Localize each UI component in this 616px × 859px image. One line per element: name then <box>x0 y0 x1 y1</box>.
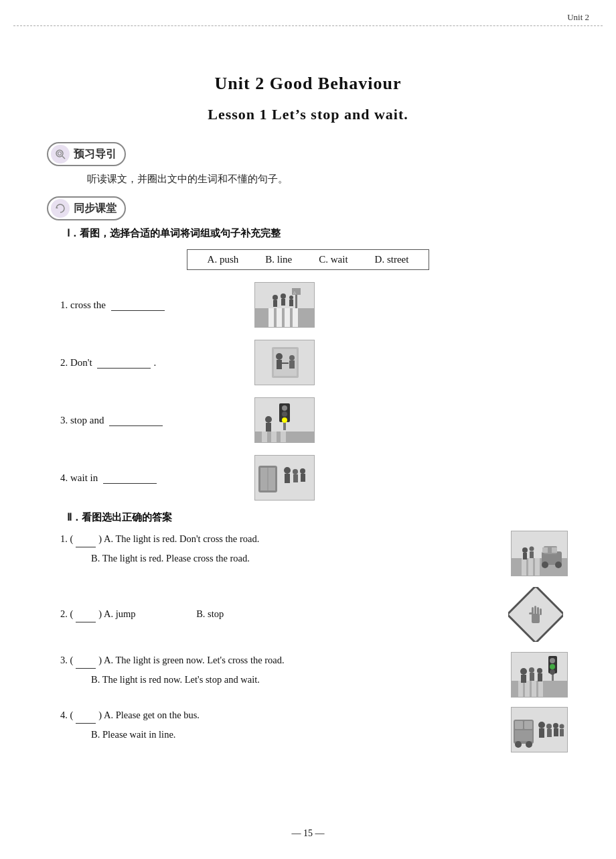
svg-rect-58 <box>542 547 548 553</box>
svg-rect-98 <box>547 729 552 737</box>
svg-rect-48 <box>301 474 305 482</box>
qa2-optA: A. jump <box>104 608 136 619</box>
section1-label: 预习导引 <box>74 147 117 161</box>
qa3-optA: A. The light is green now. Let's cross t… <box>104 655 285 665</box>
qa2-content: 2. () A. jump B. stop <box>60 606 492 622</box>
word-choice-c: C. wait <box>319 254 348 265</box>
svg-rect-73 <box>518 681 523 697</box>
svg-rect-13 <box>281 299 285 306</box>
svg-rect-15 <box>289 300 293 306</box>
svg-text:△: △ <box>293 291 296 294</box>
qa4-optB: B. Please wait in line. <box>91 729 175 740</box>
lesson-title: Lesson 1 Let’s stop and wait. <box>47 106 569 123</box>
item2-text: 2. Don't . <box>60 357 221 369</box>
section2-badge: 同步课堂 <box>47 196 126 220</box>
svg-point-14 <box>289 295 293 300</box>
qa2-optB: B. stop <box>196 608 224 619</box>
svg-marker-3 <box>56 206 58 208</box>
qa4-paren-close: ) <box>98 710 102 720</box>
svg-point-45 <box>293 469 298 474</box>
svg-rect-68 <box>537 607 539 615</box>
unit-title: Unit 2 Good Behaviour <box>47 74 569 94</box>
exercise1-items: 1. cross the <box>60 282 569 506</box>
svg-point-97 <box>546 724 552 729</box>
svg-rect-74 <box>525 681 530 697</box>
item1-image: △ <box>254 282 315 328</box>
item1-text: 1. cross the <box>60 300 221 311</box>
qa2-number: 2. ( <box>60 608 73 619</box>
svg-rect-83 <box>521 675 526 683</box>
svg-rect-102 <box>560 729 564 736</box>
svg-rect-23 <box>277 360 282 369</box>
svg-rect-91 <box>524 721 532 729</box>
svg-rect-53 <box>535 558 540 576</box>
svg-rect-52 <box>528 558 533 576</box>
svg-rect-59 <box>552 547 557 553</box>
svg-point-86 <box>537 668 542 673</box>
item3-image <box>254 397 315 443</box>
qa1-optA: A. The light is red. Don't cross the roa… <box>104 533 259 544</box>
svg-point-80 <box>550 664 555 669</box>
svg-rect-61 <box>523 553 527 559</box>
qa2-paren-close: ) <box>98 608 102 619</box>
svg-point-84 <box>529 667 534 673</box>
qa3-optB: B. The light is red now. Let's stop and … <box>91 674 260 685</box>
exercise1-item-3: 3. stop and <box>60 397 569 443</box>
svg-point-30 <box>282 405 287 411</box>
item2-image <box>254 340 315 385</box>
qa1-paren-close: ) <box>98 533 102 544</box>
item4-text: 4. wait in <box>60 472 221 484</box>
svg-rect-36 <box>262 432 267 442</box>
qa3-image-col <box>509 652 569 698</box>
svg-point-82 <box>520 668 527 675</box>
svg-rect-90 <box>515 721 523 729</box>
svg-point-33 <box>265 416 272 423</box>
svg-rect-38 <box>281 432 286 442</box>
section1-icon <box>51 145 70 163</box>
svg-point-1 <box>58 152 62 155</box>
svg-point-95 <box>538 722 545 728</box>
section1-header: 预习导引 <box>47 142 569 166</box>
qa2-image <box>508 586 564 643</box>
svg-point-12 <box>281 293 286 299</box>
svg-point-0 <box>56 150 63 157</box>
item4-image <box>254 455 315 501</box>
section1-badge: 预习导引 <box>47 142 126 166</box>
top-border-divider <box>13 25 603 26</box>
svg-rect-63 <box>530 551 534 558</box>
qa4-image-col <box>509 707 569 752</box>
word-choice-b: B. line <box>265 254 292 265</box>
svg-rect-76 <box>538 681 543 697</box>
svg-rect-26 <box>289 360 295 369</box>
svg-point-47 <box>300 468 305 474</box>
qa1-content: 1. () A. The light is red. Don't cross t… <box>60 531 499 566</box>
svg-point-32 <box>282 417 287 423</box>
svg-point-99 <box>553 723 558 728</box>
qa1-image <box>511 531 568 576</box>
svg-point-57 <box>555 561 562 568</box>
exercise1-item-1: 1. cross the <box>60 282 569 328</box>
section2-header: 同步课堂 <box>47 196 569 220</box>
svg-rect-69 <box>540 608 542 615</box>
qa1-number: 1. ( <box>60 533 73 544</box>
svg-point-62 <box>529 547 534 551</box>
qa-item-4: 4. () A. Please get on the bus. B. Pleas… <box>60 707 569 752</box>
main-content: Unit 2 Good Behaviour Lesson 1 Let’s sto… <box>0 13 616 802</box>
svg-rect-100 <box>554 728 558 736</box>
page-number: — 15 — <box>0 828 616 839</box>
section2-icon <box>51 199 70 218</box>
qa1-optB: B. The light is red. Please cross the ro… <box>91 553 250 564</box>
exercise2-title: Ⅱ．看图选出正确的答案 <box>67 511 569 524</box>
svg-rect-96 <box>539 728 544 738</box>
header-unit-label: Unit 2 <box>567 12 589 23</box>
svg-rect-51 <box>522 558 526 576</box>
qa4-image <box>511 707 568 752</box>
svg-rect-7 <box>277 308 282 327</box>
qa3-content: 3. () A. The light is green now. Let's c… <box>60 652 499 687</box>
svg-point-10 <box>273 295 278 300</box>
svg-rect-70 <box>529 612 532 614</box>
exercise1-title: Ⅰ．看图，选择合适的单词将词组或句子补充完整 <box>67 227 569 240</box>
qa4-optA: A. Please get on the bus. <box>104 710 200 720</box>
svg-rect-37 <box>271 432 277 442</box>
svg-rect-11 <box>273 300 277 307</box>
